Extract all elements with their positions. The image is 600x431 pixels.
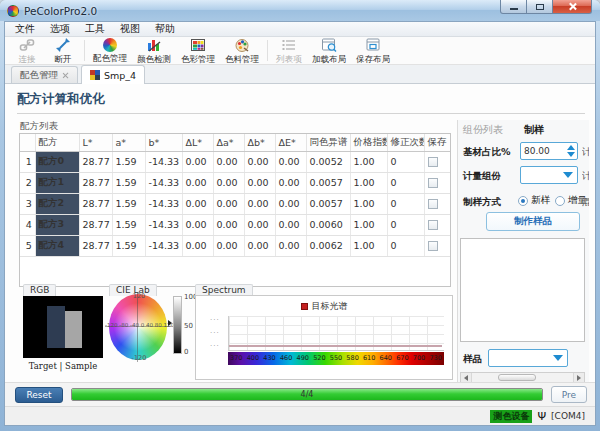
- formula-name-cell[interactable]: 配方2: [35, 193, 79, 214]
- col-price-index[interactable]: 价格指数: [350, 134, 387, 151]
- colorant-palette-icon: [234, 37, 250, 53]
- x-tick: 640: [377, 352, 394, 365]
- col-a[interactable]: a*: [112, 134, 145, 151]
- col-save[interactable]: 保存: [424, 134, 450, 151]
- x-tick: 670: [394, 352, 411, 365]
- col-formula[interactable]: 配方: [35, 134, 79, 151]
- table-row[interactable]: 5 配方4 28.77 1.59 -14.33 0.00 0.00 0.00 0…: [20, 235, 450, 256]
- sample-dropdown[interactable]: [488, 349, 568, 367]
- toolbar-color-detect-button[interactable]: 颜色检测: [132, 37, 176, 64]
- col-dE[interactable]: ΔE*: [275, 134, 306, 151]
- base-ratio-stepper[interactable]: 80.00: [520, 142, 578, 160]
- col-L[interactable]: L*: [79, 134, 112, 151]
- component-dropdown[interactable]: [520, 166, 578, 184]
- formula-name-cell[interactable]: 配方4: [35, 235, 79, 256]
- spectrum-legend: 目标光谱: [196, 300, 452, 313]
- menu-view[interactable]: 视图: [120, 22, 140, 36]
- scroll-left-button[interactable]: [461, 373, 472, 382]
- toolbar-color-manage-button[interactable]: 色彩管理: [176, 37, 220, 64]
- tab-smp-4[interactable]: Smp_4: [81, 65, 145, 84]
- formula-name-cell[interactable]: 配方1: [35, 172, 79, 193]
- cielab-axis-top-label: 120: [127, 292, 151, 300]
- save-checkbox[interactable]: [428, 157, 438, 167]
- main-content: 配方计算和优化 配方列表 配方 L* a* b* ΔL*: [5, 84, 595, 382]
- formula-name-cell[interactable]: 配方0: [35, 151, 79, 172]
- col-correction-count[interactable]: 修正次数: [387, 134, 424, 151]
- x-tick: 400: [245, 352, 262, 365]
- tab-color-match-manage[interactable]: 配色管理: [11, 66, 78, 83]
- tab-label: 配色管理: [20, 69, 58, 82]
- chevron-down-icon: [553, 355, 563, 361]
- make-sample-button[interactable]: 制作样品: [486, 212, 580, 231]
- x-tick: 490: [294, 352, 311, 365]
- x-tick: 520: [311, 352, 328, 365]
- toolbar-separator: [267, 40, 268, 61]
- window-title: PeColorPro2.0: [24, 5, 97, 17]
- clipped-label: 计: [582, 170, 589, 183]
- menu-help[interactable]: 帮助: [155, 22, 175, 36]
- app-icon: [7, 5, 19, 17]
- x-tick: 700: [411, 352, 428, 365]
- clipped-label: 混: [582, 196, 589, 209]
- menu-tools[interactable]: 工具: [85, 22, 105, 36]
- base-ratio-value: 80.00: [521, 146, 565, 156]
- load-layout-icon: [321, 37, 337, 53]
- sample-result-listbox[interactable]: [460, 238, 585, 342]
- maximize-button[interactable]: [527, 0, 553, 14]
- minimize-button[interactable]: [500, 0, 527, 14]
- toolbar-match-manage-button[interactable]: 配色管理: [88, 37, 132, 64]
- y-tick: ···: [210, 342, 220, 350]
- toolbar-disconnect-button[interactable]: 断开: [45, 37, 81, 64]
- toolbar-load-layout-button[interactable]: 加载布局: [307, 37, 351, 64]
- col-da[interactable]: Δa*: [213, 134, 244, 151]
- sample-panel: 组份列表 制样 基材占比% 80.00 计 计量组份 计 制样方式: [457, 120, 589, 382]
- stepper-down-icon[interactable]: [567, 152, 575, 157]
- close-button[interactable]: [553, 0, 592, 14]
- toolbar-colorant-manage-button[interactable]: 色料管理: [220, 37, 264, 64]
- toolbar-list-item-button[interactable]: 列表项: [271, 37, 307, 64]
- scrollbar-thumb[interactable]: [498, 374, 536, 381]
- application-window: PeColorPro2.0 文件 选项 工具 视图 帮助 连接: [0, 0, 600, 431]
- radio-icon: [555, 196, 565, 206]
- legend-label: 目标光谱: [312, 300, 348, 313]
- x-tick: 610: [361, 352, 378, 365]
- save-checkbox[interactable]: [428, 220, 438, 230]
- col-b[interactable]: b*: [145, 134, 182, 151]
- radio-new-sample[interactable]: 新样: [518, 194, 550, 207]
- make-mode-label: 制样方式: [463, 196, 501, 209]
- pre-button[interactable]: Pre: [551, 386, 587, 403]
- stepper-up-icon[interactable]: [567, 145, 575, 150]
- tab-component-list[interactable]: 组份列表: [463, 123, 503, 137]
- tab-make-sample[interactable]: 制样: [524, 123, 544, 137]
- target-color-swatch: [47, 306, 65, 348]
- formula-name-cell[interactable]: 配方3: [35, 214, 79, 235]
- toolbar-save-layout-button[interactable]: 保存布局: [351, 37, 395, 64]
- col-dL[interactable]: ΔL*: [182, 134, 213, 151]
- menu-options[interactable]: 选项: [50, 22, 70, 36]
- tab-rgb[interactable]: RGB: [23, 284, 56, 296]
- col-db[interactable]: Δb*: [244, 134, 275, 151]
- usb-icon: Ψ: [537, 410, 546, 423]
- col-metamerism[interactable]: 同色异谱: [306, 134, 350, 151]
- table-row[interactable]: 1 配方0 28.77 1.59 -14.33 0.00 0.00 0.00 0…: [20, 151, 450, 172]
- stepper-arrows[interactable]: [565, 145, 577, 157]
- save-checkbox[interactable]: [428, 199, 438, 209]
- save-checkbox[interactable]: [428, 241, 438, 251]
- table-row[interactable]: 4 配方3 28.77 1.59 -14.33 0.00 0.00 0.00 0…: [20, 214, 450, 235]
- table-row[interactable]: 3 配方2 28.77 1.59 -14.33 0.00 0.00 0.00 0…: [20, 193, 450, 214]
- save-checkbox[interactable]: [428, 178, 438, 188]
- menu-file[interactable]: 文件: [15, 22, 35, 36]
- formula-table: 配方 L* a* b* ΔL* Δa* Δb* ΔE* 同色异谱 价格指数 修正…: [20, 134, 451, 257]
- table-row[interactable]: 2 配方1 28.77 1.59 -14.33 0.00 0.00 0.00 0…: [20, 172, 450, 193]
- tab-close-icon[interactable]: [62, 72, 69, 79]
- horizontal-scrollbar[interactable]: [460, 372, 585, 382]
- toolbar-connect-button[interactable]: 连接: [9, 37, 45, 64]
- minimize-icon: [510, 8, 518, 10]
- x-tick: 430: [261, 352, 278, 365]
- list-icon: [281, 37, 297, 53]
- progress-bar: 4/4: [71, 388, 543, 401]
- reset-button[interactable]: Reset: [15, 387, 63, 403]
- wavelength-axis: 370 400 430 460 490 520 550 580 610 640 …: [228, 352, 444, 365]
- maximize-icon: [536, 4, 544, 10]
- scroll-right-button[interactable]: [573, 373, 584, 382]
